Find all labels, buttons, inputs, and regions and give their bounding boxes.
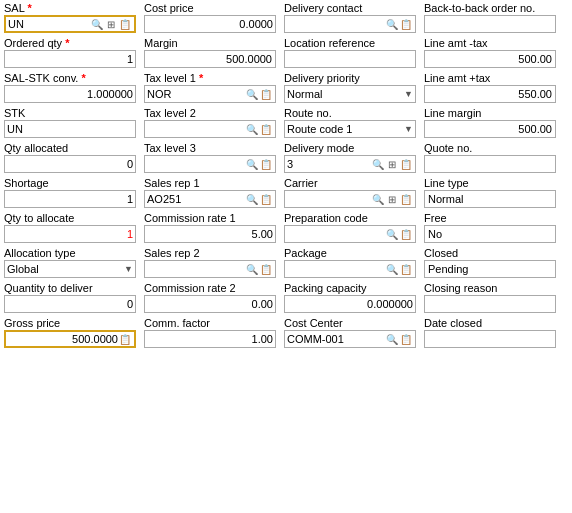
tax-level2-input[interactable] (147, 123, 245, 135)
tax-level1-input[interactable] (147, 88, 245, 100)
cost-center-input[interactable] (287, 333, 385, 345)
location-ref-field[interactable] (284, 50, 416, 68)
carrier-grid-icon[interactable]: ⊞ (385, 192, 399, 206)
delivery-contact-label: Delivery contact (284, 2, 416, 15)
tax-level3-field[interactable]: 🔍 📋 (144, 155, 276, 173)
gross-price-detail-icon[interactable]: 📋 (118, 332, 132, 346)
package-search-icon[interactable]: 🔍 (385, 262, 399, 276)
tax-level1-detail-icon[interactable]: 📋 (259, 87, 273, 101)
carrier-detail-icon[interactable]: 📋 (399, 192, 413, 206)
allocation-type-select[interactable]: Global (7, 263, 124, 275)
allocation-type-field[interactable]: Global ▼ (4, 260, 136, 278)
ordered-qty-field[interactable] (4, 50, 136, 68)
sal-detail-icon[interactable]: 📋 (118, 17, 132, 31)
sal-stk-field[interactable] (4, 85, 136, 103)
sal-input[interactable] (8, 18, 90, 30)
qty-allocated-label: Qty allocated (4, 142, 136, 155)
tax-level2-field[interactable]: 🔍 📋 (144, 120, 276, 138)
date-closed-field[interactable] (424, 330, 556, 348)
location-ref-input[interactable] (287, 53, 413, 65)
packing-capacity-input[interactable] (287, 298, 413, 310)
delivery-priority-select[interactable]: Normal (287, 88, 404, 100)
sales-rep2-search-icon[interactable]: 🔍 (245, 262, 259, 276)
quote-no-field[interactable] (424, 155, 556, 173)
delivery-contact-detail-icon[interactable]: 📋 (399, 17, 413, 31)
carrier-field[interactable]: 🔍 ⊞ 📋 (284, 190, 416, 208)
gross-price-field[interactable]: 📋 (4, 330, 136, 348)
carrier-input[interactable] (287, 193, 371, 205)
gross-price-label: Gross price (4, 317, 136, 330)
sales-rep1-search-icon[interactable]: 🔍 (245, 192, 259, 206)
sales-rep1-detail-icon[interactable]: 📋 (259, 192, 273, 206)
sal-search-icon[interactable]: 🔍 (90, 17, 104, 31)
cost-price-field[interactable] (144, 15, 276, 33)
prep-code-search-icon[interactable]: 🔍 (385, 227, 399, 241)
sal-required: * (27, 2, 31, 14)
stk-field[interactable] (4, 120, 136, 138)
commission-rate2-field[interactable] (144, 295, 276, 313)
route-no-label: Route no. (284, 107, 416, 120)
cost-center-detail-icon[interactable]: 📋 (399, 332, 413, 346)
ordered-qty-input[interactable] (7, 53, 133, 65)
tax-level3-label: Tax level 3 (144, 142, 276, 155)
qty-to-deliver-field[interactable] (4, 295, 136, 313)
sal-field[interactable]: 🔍 ⊞ 📋 (4, 15, 136, 33)
shortage-input[interactable] (7, 193, 133, 205)
tax-level2-search-icon[interactable]: 🔍 (245, 122, 259, 136)
gross-price-input[interactable] (8, 333, 118, 345)
delivery-contact-input[interactable] (287, 18, 385, 30)
delivery-priority-field[interactable]: Normal ▼ (284, 85, 416, 103)
packing-capacity-field[interactable] (284, 295, 416, 313)
sales-rep1-field[interactable]: 🔍 📋 (144, 190, 276, 208)
stk-input[interactable] (7, 123, 133, 135)
sales-rep1-input[interactable] (147, 193, 245, 205)
package-field[interactable]: 🔍 📋 (284, 260, 416, 278)
cost-center-field[interactable]: 🔍 📋 (284, 330, 416, 348)
qty-allocated-field[interactable] (4, 155, 136, 173)
delivery-mode-search-icon[interactable]: 🔍 (371, 157, 385, 171)
qty-to-allocate-field[interactable] (4, 225, 136, 243)
shortage-field[interactable] (4, 190, 136, 208)
commission-rate2-input[interactable] (147, 298, 273, 310)
location-ref-label: Location reference (284, 37, 416, 50)
sales-rep2-input[interactable] (147, 263, 245, 275)
route-no-field[interactable]: Route code 1 ▼ (284, 120, 416, 138)
carrier-search-icon[interactable]: 🔍 (371, 192, 385, 206)
sal-stk-label: SAL-STK conv. (4, 72, 78, 84)
sales-rep2-field[interactable]: 🔍 📋 (144, 260, 276, 278)
prep-code-input[interactable] (287, 228, 385, 240)
line-amt-tax-label: Line amt -tax (424, 37, 556, 50)
delivery-mode-input[interactable] (287, 158, 371, 170)
delivery-priority-arrow: ▼ (404, 89, 413, 99)
cost-center-search-icon[interactable]: 🔍 (385, 332, 399, 346)
comm-factor-field[interactable] (144, 330, 276, 348)
tax-level1-search-icon[interactable]: 🔍 (245, 87, 259, 101)
sal-grid-icon[interactable]: ⊞ (104, 17, 118, 31)
delivery-mode-detail-icon[interactable]: 📋 (399, 157, 413, 171)
delivery-mode-grid-icon[interactable]: ⊞ (385, 157, 399, 171)
cost-price-input[interactable] (147, 18, 273, 30)
delivery-contact-field[interactable]: 🔍 📋 (284, 15, 416, 33)
sal-stk-input[interactable] (7, 88, 133, 100)
qty-to-allocate-input[interactable] (7, 228, 133, 240)
package-input[interactable] (287, 263, 385, 275)
comm-factor-input[interactable] (147, 333, 273, 345)
tax-level3-input[interactable] (147, 158, 245, 170)
prep-code-field[interactable]: 🔍 📋 (284, 225, 416, 243)
delivery-contact-search-icon[interactable]: 🔍 (385, 17, 399, 31)
tax-level2-detail-icon[interactable]: 📋 (259, 122, 273, 136)
qty-to-deliver-input[interactable] (7, 298, 133, 310)
commission-rate1-field[interactable] (144, 225, 276, 243)
tax-level3-detail-icon[interactable]: 📋 (259, 157, 273, 171)
commission-rate1-input[interactable] (147, 228, 273, 240)
tax-level1-field[interactable]: 🔍 📋 (144, 85, 276, 103)
qty-allocated-input[interactable] (7, 158, 133, 170)
delivery-mode-field[interactable]: 🔍 ⊞ 📋 (284, 155, 416, 173)
closing-reason-field[interactable] (424, 295, 556, 313)
route-no-select[interactable]: Route code 1 (287, 123, 404, 135)
back-to-back-field[interactable] (424, 15, 556, 33)
tax-level3-search-icon[interactable]: 🔍 (245, 157, 259, 171)
prep-code-detail-icon[interactable]: 📋 (399, 227, 413, 241)
sales-rep2-detail-icon[interactable]: 📋 (259, 262, 273, 276)
package-detail-icon[interactable]: 📋 (399, 262, 413, 276)
